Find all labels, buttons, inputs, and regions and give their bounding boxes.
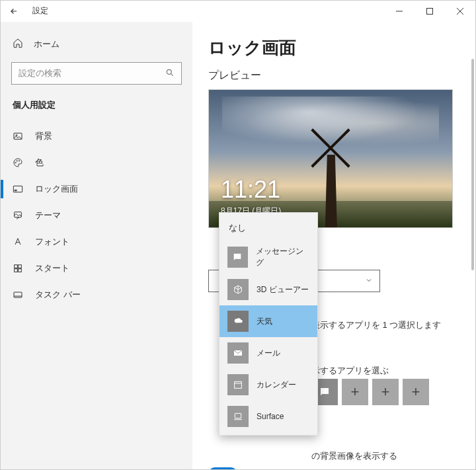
start-icon bbox=[13, 263, 23, 274]
sidebar-item-colors[interactable]: 色 bbox=[1, 149, 192, 176]
flyout-option-3dviewer[interactable]: 3D ビューアー bbox=[219, 274, 317, 305]
close-button[interactable] bbox=[445, 1, 475, 21]
flyout-none-option[interactable]: なし bbox=[219, 215, 317, 241]
svg-rect-16 bbox=[15, 269, 18, 272]
lockscreen-preview: 11:21 8月17日 (月曜日) bbox=[208, 89, 453, 228]
quick-apps-label: 示するアプリを選ぶ bbox=[311, 365, 389, 377]
signin-bg-toggle[interactable]: オン bbox=[208, 467, 261, 469]
svg-rect-27 bbox=[235, 413, 241, 418]
quick-tile-add[interactable]: + bbox=[403, 379, 429, 405]
nav-label: 色 bbox=[35, 157, 44, 169]
flyout-option-mail[interactable]: メール bbox=[219, 337, 317, 369]
nav-label: ロック画面 bbox=[35, 183, 78, 195]
sidebar-item-fonts[interactable]: フォント bbox=[1, 229, 192, 255]
titlebar: 設定 bbox=[1, 1, 475, 22]
sidebar-item-lockscreen[interactable]: ロック画面 bbox=[1, 176, 192, 202]
nav-label: フォント bbox=[35, 236, 69, 248]
home-link[interactable]: ホーム bbox=[1, 32, 192, 56]
nav-label: テーマ bbox=[35, 210, 61, 221]
svg-point-4 bbox=[167, 69, 171, 74]
svg-rect-12 bbox=[15, 190, 17, 190]
flyout-option-messaging[interactable]: メッセージング bbox=[219, 241, 317, 274]
flyout-label: 3D ビューアー bbox=[257, 284, 309, 295]
svg-rect-1 bbox=[427, 8, 433, 14]
nav-label: 背景 bbox=[35, 130, 52, 142]
search-placeholder: 設定の検索 bbox=[19, 67, 61, 79]
signin-bg-label: の背景画像を表示する bbox=[311, 450, 397, 462]
cube-icon bbox=[227, 279, 249, 300]
svg-point-10 bbox=[19, 161, 19, 161]
mail-icon bbox=[227, 342, 249, 364]
sidebar: ホーム 設定の検索 個人用設定 背景 色 ロック画面 テーマ フォント bbox=[1, 22, 192, 469]
maximize-button[interactable] bbox=[415, 1, 445, 21]
section-title: 個人用設定 bbox=[1, 99, 192, 123]
app-picker-flyout: なし メッセージング 3D ビューアー 天気 メール カレンダー Surface bbox=[219, 212, 318, 436]
home-label: ホーム bbox=[34, 38, 60, 50]
palette-icon bbox=[13, 157, 23, 168]
back-button[interactable] bbox=[1, 1, 27, 21]
svg-point-8 bbox=[15, 162, 16, 163]
calendar-icon bbox=[227, 374, 249, 395]
preview-windmill bbox=[301, 108, 354, 227]
quick-tile-add[interactable]: + bbox=[372, 379, 399, 405]
svg-point-9 bbox=[17, 161, 17, 161]
sidebar-item-start[interactable]: スタート bbox=[1, 255, 192, 282]
flyout-option-calendar[interactable]: カレンダー bbox=[219, 369, 317, 401]
detail-app-label: 表示するアプリを 1 つ選択します bbox=[311, 319, 441, 331]
sidebar-item-background[interactable]: 背景 bbox=[1, 123, 192, 149]
flyout-option-surface[interactable]: Surface bbox=[219, 401, 317, 432]
flyout-label: Surface bbox=[257, 412, 284, 421]
window-title: 設定 bbox=[27, 1, 384, 21]
quick-tile-add[interactable]: + bbox=[342, 379, 368, 405]
chevron-down-icon bbox=[365, 276, 373, 286]
messaging-icon bbox=[227, 247, 248, 268]
toggle-state-label: オン bbox=[244, 468, 261, 469]
page-title: ロック画面 bbox=[208, 36, 459, 59]
flyout-label: メール bbox=[257, 348, 280, 359]
flyout-label: カレンダー bbox=[257, 379, 296, 391]
home-icon bbox=[13, 38, 23, 50]
theme-icon bbox=[13, 210, 23, 221]
flyout-option-weather[interactable]: 天気 bbox=[219, 305, 317, 337]
svg-rect-15 bbox=[19, 265, 22, 268]
weather-icon bbox=[227, 311, 249, 332]
scrollbar[interactable] bbox=[471, 59, 474, 270]
svg-line-5 bbox=[171, 73, 173, 75]
lockscreen-icon bbox=[13, 184, 23, 194]
surface-icon bbox=[227, 406, 249, 427]
svg-rect-17 bbox=[19, 269, 22, 272]
picture-icon bbox=[13, 131, 23, 141]
font-icon bbox=[13, 237, 23, 247]
svg-rect-11 bbox=[13, 186, 22, 192]
flyout-label: 天気 bbox=[257, 316, 272, 327]
nav-label: スタート bbox=[35, 262, 69, 274]
preview-clock: 11:21 bbox=[221, 176, 280, 204]
minimize-button[interactable] bbox=[384, 1, 415, 21]
svg-rect-22 bbox=[235, 381, 242, 388]
quick-status-tiles: + + + bbox=[311, 379, 429, 405]
flyout-label: メッセージング bbox=[256, 246, 309, 268]
taskbar-icon bbox=[13, 290, 23, 300]
svg-rect-18 bbox=[14, 292, 22, 297]
search-input[interactable]: 設定の検索 bbox=[11, 62, 182, 85]
sidebar-item-taskbar[interactable]: タスク バー bbox=[1, 282, 192, 308]
sidebar-item-themes[interactable]: テーマ bbox=[1, 202, 192, 229]
preview-label: プレビュー bbox=[208, 69, 459, 83]
search-icon bbox=[165, 68, 175, 79]
nav-label: タスク バー bbox=[35, 289, 81, 301]
svg-rect-14 bbox=[15, 265, 18, 268]
